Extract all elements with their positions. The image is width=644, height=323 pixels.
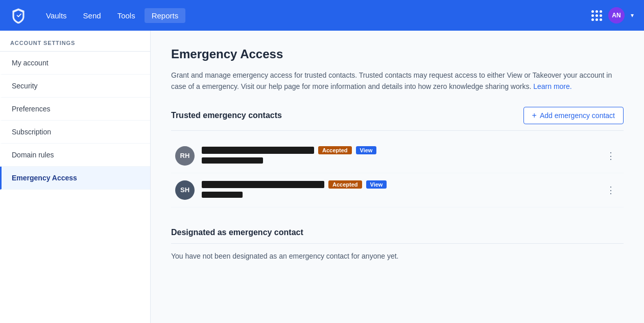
topnav: Vaults Send Tools Reports AN ▾: [0, 0, 644, 31]
user-avatar[interactable]: AN: [608, 7, 625, 24]
logo[interactable]: [10, 7, 27, 24]
contact-email-blur: [202, 157, 263, 164]
contact-info: Accepted View: [202, 146, 595, 166]
nav-tools[interactable]: Tools: [110, 8, 142, 23]
sidebar: ACCOUNT SETTINGS My account Security Pre…: [0, 31, 151, 323]
grid-icon: [591, 10, 602, 21]
layout: ACCOUNT SETTINGS My account Security Pre…: [0, 31, 644, 323]
badge-view: View: [366, 180, 387, 189]
badge-accepted: Accepted: [318, 146, 352, 154]
contact-name-blur: [202, 181, 324, 188]
trusted-section-header: Trusted emergency contacts + Add emergen…: [171, 107, 624, 131]
designated-section-title: Designated as emergency contact: [171, 228, 303, 237]
sidebar-section-header: ACCOUNT SETTINGS: [0, 31, 150, 52]
page-description: Grant and manage emergency access for tr…: [171, 70, 624, 93]
avatar: RH: [175, 146, 195, 166]
contact-name-row: Accepted View: [202, 180, 595, 189]
contact-name-row: Accepted View: [202, 146, 595, 154]
nav-vaults[interactable]: Vaults: [39, 8, 74, 23]
sidebar-item-preferences[interactable]: Preferences: [0, 98, 150, 121]
badge-accepted: Accepted: [328, 180, 362, 189]
contact-more-button[interactable]: ⋮: [602, 148, 619, 164]
add-emergency-contact-button[interactable]: + Add emergency contact: [523, 107, 624, 124]
main-content: Emergency Access Grant and manage emerge…: [151, 31, 644, 323]
nav-reports[interactable]: Reports: [145, 8, 186, 23]
contact-email-blur: [202, 192, 243, 198]
contact-row: RH Accepted View ⋮: [171, 139, 624, 173]
contact-info: Accepted View: [202, 180, 595, 200]
plus-icon: +: [532, 111, 537, 120]
topnav-right: AN ▾: [591, 7, 634, 24]
contact-more-button[interactable]: ⋮: [602, 182, 619, 198]
add-button-label: Add emergency contact: [540, 111, 615, 120]
nav-send[interactable]: Send: [76, 8, 108, 23]
sidebar-item-security[interactable]: Security: [0, 75, 150, 98]
page-title: Emergency Access: [171, 47, 624, 61]
sidebar-item-emergencyaccess[interactable]: Emergency Access: [0, 167, 150, 190]
designated-section-header: Designated as emergency contact: [171, 228, 624, 244]
learn-more-link[interactable]: Learn more.: [533, 82, 571, 90]
user-menu-chevron[interactable]: ▾: [631, 12, 634, 19]
sidebar-item-subscription[interactable]: Subscription: [0, 121, 150, 144]
topnav-nav: Vaults Send Tools Reports: [39, 8, 579, 23]
designated-description: You have not been designated as an emerg…: [171, 252, 624, 260]
contact-name-blur: [202, 147, 314, 154]
designated-section: Designated as emergency contact You have…: [171, 228, 624, 260]
trusted-section-title: Trusted emergency contacts: [171, 111, 282, 120]
avatar: SH: [175, 180, 195, 200]
badge-view: View: [356, 146, 377, 154]
apps-icon[interactable]: [591, 10, 602, 21]
logo-icon: [10, 7, 27, 24]
sidebar-item-domainrules[interactable]: Domain rules: [0, 144, 150, 167]
sidebar-item-myaccount[interactable]: My account: [0, 52, 150, 75]
contact-row: SH Accepted View ⋮: [171, 173, 624, 207]
